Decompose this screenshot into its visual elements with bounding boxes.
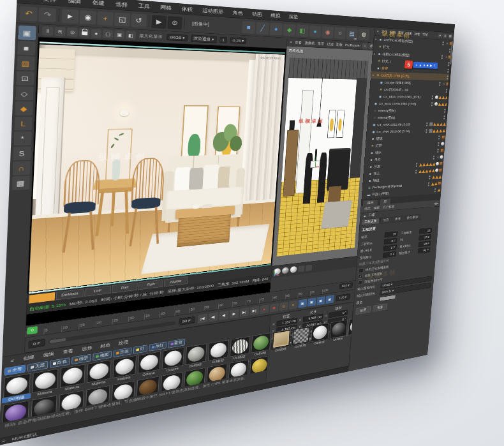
ratio-field[interactable]: 1 [219,37,227,43]
menubar-item[interactable]: 网格 [155,3,177,11]
focus-pick-icon[interactable]: ● [91,29,101,38]
material-item[interactable]: Oct画框 [271,329,292,355]
visibility-dots[interactable] [431,101,433,106]
texture-tag-icon[interactable] [441,135,445,139]
attribute-button[interactable]: 恢复 [373,303,387,312]
model-mode-icon[interactable]: ■ [17,41,36,56]
scale-tool-icon[interactable]: ◱ [114,12,130,26]
menu-icon[interactable]: ≡ [2,438,5,443]
end-frame-field[interactable]: 90 F [179,316,195,325]
visibility-dots[interactable] [434,188,436,192]
axis-mode-icon[interactable]: L [14,117,32,131]
next-frame-button[interactable]: ▶| [239,308,249,317]
layers-icon[interactable]: ▤ [448,34,452,39]
octane-tag-icon[interactable] [438,175,441,179]
viewport-menu-item[interactable]: 面板 [334,42,344,47]
workplane-icon[interactable]: ▩ [11,175,29,190]
visibility-dots[interactable] [433,155,435,160]
point-mode-icon[interactable]: ⊡ [16,71,34,86]
pause-render-icon[interactable]: ‖ [42,26,54,36]
render-passes-dropdown[interactable]: 渲染通道 ▾ [191,34,217,43]
snap-icon[interactable]: S [13,146,31,160]
field-value[interactable]: 90 F [418,247,431,253]
lock-resolution-icon[interactable] [79,28,90,38]
max-frame-field[interactable]: 100 F [336,294,350,302]
sheet-icon[interactable]: ▤no [346,27,358,40]
app-menu-icon[interactable]: ≡ [21,0,38,1]
dock-button[interactable] [306,264,312,271]
texture-tag-icon[interactable] [440,149,444,152]
checkbox[interactable] [358,280,362,285]
mograph-icon[interactable]: ◆ [283,24,295,36]
octane-tag-icon[interactable] [443,122,446,126]
select-tool-icon[interactable]: ► [61,9,78,24]
attribute-button[interactable]: 应用 [355,306,371,315]
timeline-end-frame[interactable]: 100 F [339,282,353,289]
field-value[interactable]: 90 F [419,234,431,241]
visibility-dots[interactable] [438,142,440,146]
visibility-dots[interactable] [429,175,431,179]
color-swatch[interactable] [380,295,396,302]
volume-icon[interactable]: ● [309,25,322,37]
record-position-button[interactable]: ▣ [298,299,307,308]
tag-icon[interactable]: × [436,155,440,159]
texture-mode-icon[interactable]: ▨ [17,56,34,71]
visibility-dots[interactable] [438,135,440,139]
menubar-item[interactable]: 创建 [87,0,110,7]
record-scale-button[interactable]: ▣ [308,297,316,306]
record-parameter-button[interactable]: ▣ [325,295,334,304]
field-value[interactable]: 0 F [384,238,397,244]
viewport-menu-item[interactable]: ProRender [344,43,362,48]
octane-tag-icon[interactable] [433,162,436,166]
material-tag-icon[interactable] [440,155,443,159]
texture-tag-icon[interactable] [440,162,443,166]
material-item[interactable]: Oct白漆 [309,323,330,348]
spline-pen-icon[interactable]: ╱ [256,22,269,34]
record-rotation-button[interactable]: ▣ [316,296,325,305]
start-frame-field[interactable]: 0 F [28,339,45,349]
material-menu-icon[interactable]: ≡ [6,357,19,364]
material-item[interactable]: Oct绿植 [249,332,272,359]
om-menu-item[interactable]: 标签 [413,32,421,36]
octane-tag-icon[interactable] [432,168,435,172]
live-selection-icon[interactable]: ◉ [80,10,97,25]
octane-tag-icon[interactable] [438,188,441,192]
pan-view-icon[interactable]: + [362,43,367,48]
make-editable-icon[interactable]: ▣ [18,26,36,41]
redo-icon[interactable]: ↷ [38,7,56,22]
visibility-dots[interactable] [439,82,441,86]
undo-icon[interactable]: ↶ [20,6,38,21]
visibility-dots[interactable] [442,41,444,46]
field-value[interactable]: 25 [419,228,432,234]
goto-end-button[interactable]: ▶| [249,306,259,316]
polygon-mode-icon[interactable]: ◆ [15,101,33,115]
bulb-icon[interactable]: ◍ [358,29,369,40]
visibility-dots[interactable] [426,128,427,133]
object-row[interactable]: ○Eifeed(空白) [368,107,448,114]
boole-icon[interactable]: ◧ [296,24,309,36]
field-value[interactable]: 0 F [383,244,397,251]
menubar-item[interactable]: 模拟 [266,11,285,19]
octane-tag-icon[interactable] [442,129,445,133]
region-render-icon[interactable]: ▢ [103,29,114,39]
menubar-item[interactable]: 选择 [110,0,133,9]
menubar-item[interactable]: 运动图形 [197,6,228,15]
checkbox[interactable] [359,268,363,273]
visibility-dots[interactable] [416,162,418,167]
texture-tag-icon[interactable] [438,181,441,185]
autokey-button[interactable]: ◆ [269,303,279,313]
checkbox[interactable]: ✓ [359,274,363,279]
prev-frame-button[interactable]: ◀ [219,311,229,320]
field-value[interactable]: 0 F [383,251,396,258]
search-icon[interactable]: ⊙ [443,33,447,38]
dock-button[interactable] [298,265,304,272]
menubar-item[interactable]: 体积 [177,5,198,13]
dock-material-ball[interactable] [282,267,289,274]
subdivision-surface-icon[interactable]: ● [269,22,283,35]
visibility-dots[interactable] [437,148,439,152]
viewport-scene[interactable]: 纵横卓创 [276,58,369,256]
history-nav[interactable]: ◀ ▶ [434,202,439,205]
attribute-menu-item[interactable]: 模式 [362,207,372,212]
restart-render-icon[interactable]: R [54,27,66,36]
edge-mode-icon[interactable]: ◇ [15,86,33,100]
